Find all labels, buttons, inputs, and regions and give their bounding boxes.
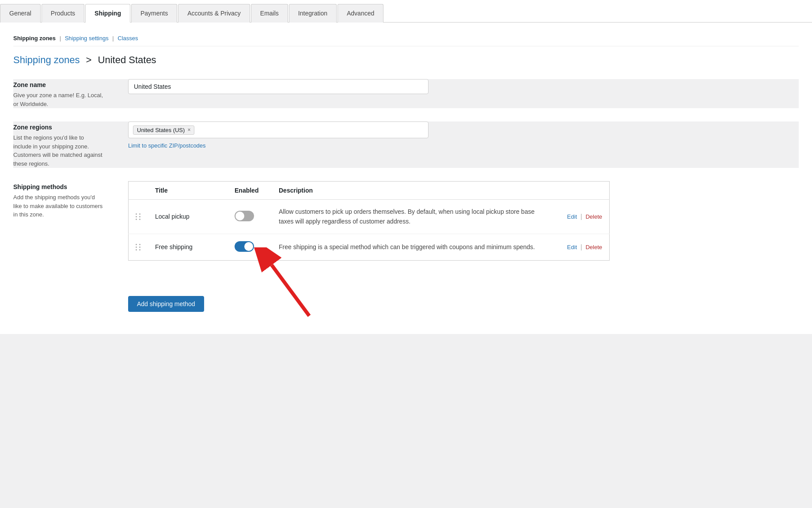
zone-regions-desc3: Customers will be matched against (13, 152, 102, 158)
th-enabled: Enabled (228, 182, 272, 200)
drag-dot (136, 246, 137, 248)
subnav-classes[interactable]: Classes (118, 35, 138, 42)
zone-regions-title: Zone regions (13, 124, 128, 131)
shipping-methods-title: Shipping methods (13, 183, 128, 190)
method-title-local-pickup: Local pickup (148, 200, 228, 234)
drag-dot (136, 249, 137, 250)
toggle-cell-local-pickup (228, 200, 272, 234)
shipping-methods-label-col: Shipping methods Add the shipping method… (13, 181, 128, 312)
table-header-row: Title Enabled Description (129, 182, 610, 200)
breadcrumb-current: United States (98, 54, 156, 65)
drag-dot (136, 213, 137, 215)
drag-dot (139, 249, 140, 250)
wc-page: General Products Shipping Payments Accou… (0, 0, 812, 508)
methods-table: Title Enabled Description (128, 181, 610, 261)
toggle-free-shipping[interactable] (235, 241, 254, 252)
method-desc-free-shipping: Free shipping is a special method which … (272, 234, 557, 260)
zip-postcodes-link[interactable]: Limit to specific ZIP/postcodes (128, 142, 206, 149)
edit-local-pickup[interactable]: Edit (567, 213, 577, 220)
region-tag-remove[interactable]: × (187, 127, 190, 133)
th-actions (557, 182, 610, 200)
drag-handle-2[interactable] (136, 244, 141, 250)
zone-name-input[interactable] (128, 79, 429, 94)
zone-regions-desc1: List the regions you'd like to (13, 134, 84, 141)
page-title: Shipping zones > United States (13, 54, 799, 66)
tabs-bar: General Products Shipping Payments Accou… (0, 0, 812, 23)
separator2: | (112, 35, 115, 42)
zone-name-label-col: Zone name Give your zone a name! E.g. Lo… (13, 79, 128, 108)
main-content: Shipping zones | Shipping settings | Cla… (0, 23, 812, 334)
tab-shipping[interactable]: Shipping (85, 4, 130, 23)
region-tag: United States (US) × (133, 125, 194, 135)
drag-dot (136, 216, 137, 217)
toggle-knob-local-pickup (235, 212, 244, 220)
zone-regions-desc4: these regions. (13, 160, 49, 167)
zone-regions-desc: List the regions you'd like to include i… (13, 133, 128, 168)
delete-local-pickup[interactable]: Delete (585, 213, 602, 220)
sm-desc2: like to make available to customers (13, 203, 102, 209)
drag-handle-cell-2 (129, 234, 148, 260)
subnav-shipping-zones-bold: Shipping zones (13, 35, 56, 42)
edit-free-shipping[interactable]: Edit (567, 244, 577, 250)
breadcrumb-separator: > (86, 54, 95, 65)
subnav-shipping-settings[interactable]: Shipping settings (65, 35, 109, 42)
zone-regions-label-col: Zone regions List the regions you'd like… (13, 121, 128, 168)
action-sep-2: | (581, 243, 584, 250)
drag-handle-1[interactable] (136, 213, 141, 220)
region-tag-label: United States (US) (137, 127, 185, 133)
zone-regions-desc2: include in your shipping zone. (13, 143, 89, 150)
sm-desc1: Add the shipping methods you'd (13, 194, 95, 201)
zip-link-wrapper: Limit to specific ZIP/postcodes (128, 142, 799, 149)
drag-dot (139, 216, 140, 217)
separator1: | (60, 35, 63, 42)
tab-products[interactable]: Products (42, 4, 84, 23)
drag-handle-cell-1 (129, 200, 148, 234)
tab-advanced[interactable]: Advanced (338, 4, 383, 23)
method-title-free-shipping: Free shipping (148, 234, 228, 260)
zone-name-desc-line2: or Worldwide. (13, 101, 48, 107)
breadcrumb-zones-link[interactable]: Shipping zones (13, 54, 80, 65)
zone-regions-field-col: United States (US) × Limit to specific Z… (128, 121, 799, 168)
zone-name-desc: Give your zone a name! E.g. Local, or Wo… (13, 91, 128, 108)
tab-general[interactable]: General (0, 4, 41, 23)
sm-desc3: in this zone. (13, 211, 44, 218)
shipping-methods-row: Shipping methods Add the shipping method… (13, 181, 799, 312)
th-title: Title (148, 182, 228, 200)
zone-regions-input[interactable]: United States (US) × (128, 121, 429, 138)
shipping-methods-table-col: Title Enabled Description (128, 181, 799, 312)
method-desc-local-pickup: Allow customers to pick up orders themse… (272, 200, 557, 234)
tab-payments[interactable]: Payments (131, 4, 177, 23)
zone-regions-row: Zone regions List the regions you'd like… (13, 121, 799, 168)
toggle-knob-free-shipping (244, 242, 253, 251)
svg-line-1 (272, 265, 309, 316)
drag-dot (139, 219, 140, 220)
drag-dot (139, 213, 140, 215)
table-row: Free shipping Free shipping is a special… (129, 234, 610, 260)
method-actions-free-shipping: Edit | Delete (557, 234, 610, 260)
table-row: Local pickup Allow customers to pick up … (129, 200, 610, 234)
drag-dot (136, 244, 137, 245)
zone-name-field-col (128, 79, 799, 108)
drag-dot (139, 244, 140, 245)
drag-dot (139, 246, 140, 248)
zone-name-desc-line1: Give your zone a name! E.g. Local, (13, 92, 103, 99)
zone-name-title: Zone name (13, 81, 128, 88)
tab-emails[interactable]: Emails (251, 4, 288, 23)
sub-nav: Shipping zones | Shipping settings | Cla… (13, 31, 799, 46)
th-drag (129, 182, 148, 200)
tab-integration[interactable]: Integration (289, 4, 337, 23)
tab-accounts[interactable]: Accounts & Privacy (178, 4, 250, 23)
zone-name-row: Zone name Give your zone a name! E.g. Lo… (13, 79, 799, 108)
delete-free-shipping[interactable]: Delete (585, 244, 602, 250)
drag-dots-2 (136, 244, 141, 250)
action-sep-1: | (581, 213, 584, 220)
toggle-local-pickup[interactable] (235, 211, 254, 221)
th-description: Description (272, 182, 557, 200)
drag-dot (136, 219, 137, 220)
shipping-methods-desc: Add the shipping methods you'd like to m… (13, 193, 128, 219)
method-actions-local-pickup: Edit | Delete (557, 200, 610, 234)
toggle-cell-free-shipping (228, 234, 272, 260)
drag-dots-1 (136, 213, 141, 220)
add-shipping-method-button[interactable]: Add shipping method (128, 296, 204, 312)
